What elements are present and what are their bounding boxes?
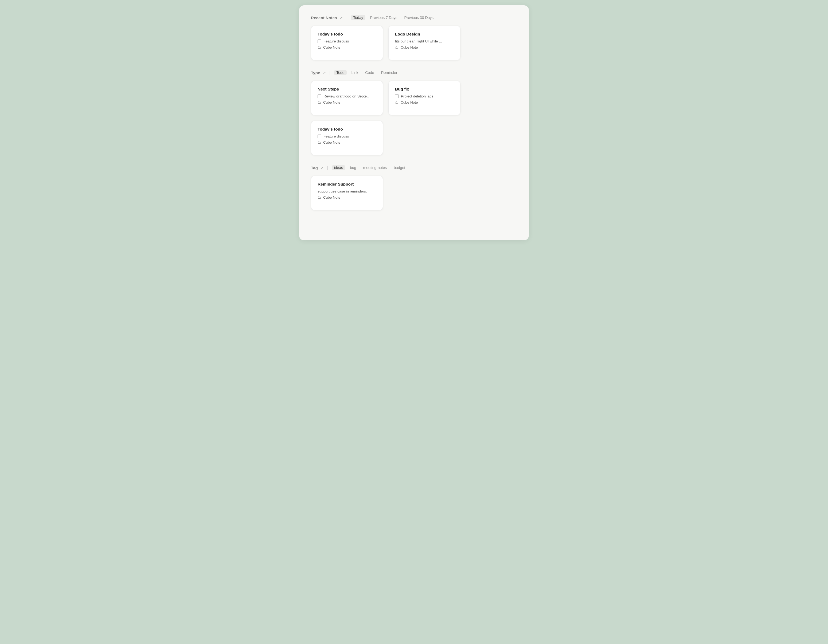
todays-todo-type-text: Feature discuss [323,134,349,138]
filter-tab-bug[interactable]: bug [348,165,358,170]
tag-cards: Reminder Support support use case in rem… [311,175,517,210]
recent-notes-title: Recent Notes [311,16,337,20]
filter-tab-reminder[interactable]: Reminder [379,70,400,75]
type-cards: Next Steps Review draft logo on Septe.. … [311,81,517,155]
card-body-next-steps: Review draft logo on Septe.. 🗂 Cube Note [318,94,376,110]
card-item-2-body-text: fits our clean, light UI while ... [395,39,442,43]
tag-expand-icon[interactable]: ↗ [320,166,323,170]
note-card-todays-todo-type[interactable]: Today's todo Feature discuss 🗂 Cube Note [311,121,383,155]
card-title-bug-fix: Bug fix [395,87,454,92]
card-body-bug-fix: Project deletion lags 🗂 Cube Note [395,94,454,110]
type-section: Type ↗ | Todo Link Code Reminder Next St… [311,70,517,155]
next-steps-folder: 🗂 Cube Note [318,100,376,104]
type-title: Type [311,71,320,75]
reminder-support-item: support use case in reminders. [318,189,376,193]
card-title-2: Logo Design [395,32,454,37]
card-item-2-folder: 🗂 Cube Note [395,45,454,49]
card-title-reminder-support: Reminder Support [318,182,376,186]
tag-header: Tag ↗ | ideas bug meeting-notes budget [311,165,517,170]
bug-fix-folder: 🗂 Cube Note [395,100,454,104]
reminder-support-folder: 🗂 Cube Note [318,196,376,199]
main-container: Recent Notes ↗ | Today Previous 7 Days P… [299,5,529,240]
bug-fix-item-text: Project deletion lags [401,94,433,98]
checkbox-icon-next [318,94,321,98]
card-item-1-todo: Feature discuss [318,39,376,43]
type-header: Type ↗ | Todo Link Code Reminder [311,70,517,75]
filter-tab-meeting-notes[interactable]: meeting-notes [361,165,389,170]
divider-2: | [329,71,331,75]
filter-tab-budget[interactable]: budget [392,165,407,170]
filter-tab-today[interactable]: Today [351,15,365,20]
card-body-2: fits our clean, light UI while ... 🗂 Cub… [395,39,454,55]
card-body-reminder-support: support use case in reminders. 🗂 Cube No… [318,189,376,205]
card-body-1: Feature discuss 🗂 Cube Note [318,39,376,55]
divider-1: | [347,16,348,20]
card-item-1-folder: 🗂 Cube Note [318,45,376,49]
next-steps-item-text: Review draft logo on Septe.. [323,94,369,98]
card-item-2-text: fits our clean, light UI while ... [395,39,454,43]
note-card-bug-fix[interactable]: Bug fix Project deletion lags 🗂 Cube Not… [388,81,461,115]
tag-section: Tag ↗ | ideas bug meeting-notes budget R… [311,165,517,210]
divider-3: | [327,166,328,170]
filter-tab-ideas[interactable]: ideas [332,165,345,170]
folder-icon-2: 🗂 [395,45,398,49]
folder-icon-today-type: 🗂 [318,141,321,144]
folder-icon-bug: 🗂 [395,100,398,104]
card-title-next-steps: Next Steps [318,87,376,92]
note-card-todays-todo[interactable]: Today's todo Feature discuss 🗂 Cube Note [311,26,383,60]
card-body-todays-todo-type: Feature discuss 🗂 Cube Note [318,134,376,150]
card-title-1: Today's todo [318,32,376,37]
folder-icon: 🗂 [318,45,321,49]
filter-tab-code[interactable]: Code [363,70,376,75]
next-steps-item: Review draft logo on Septe.. [318,94,376,98]
recent-notes-expand-icon[interactable]: ↗ [340,16,343,20]
todays-todo-type-item: Feature discuss [318,134,376,138]
checkbox-icon-bug [395,94,399,98]
card-item-1-text: Feature discuss [323,39,349,43]
bug-fix-folder-text: Cube Note [401,100,418,104]
note-card-logo-design[interactable]: Logo Design fits our clean, light UI whi… [388,26,461,60]
card-title-todays-todo-type: Today's todo [318,127,376,132]
type-expand-icon[interactable]: ↗ [323,71,326,75]
tag-title: Tag [311,166,318,170]
folder-icon-reminder: 🗂 [318,196,321,199]
next-steps-folder-text: Cube Note [323,100,340,104]
note-card-next-steps[interactable]: Next Steps Review draft logo on Septe.. … [311,81,383,115]
checkbox-icon-today-type [318,135,321,138]
bug-fix-item: Project deletion lags [395,94,454,98]
folder-icon-next: 🗂 [318,100,321,104]
recent-notes-header: Recent Notes ↗ | Today Previous 7 Days P… [311,15,517,20]
reminder-support-text: support use case in reminders. [318,189,367,193]
filter-tab-prev7[interactable]: Previous 7 Days [368,15,400,20]
filter-tab-link[interactable]: Link [350,70,361,75]
checkbox-icon [318,39,321,43]
card-item-1-folder-text: Cube Note [323,45,340,49]
recent-notes-section: Recent Notes ↗ | Today Previous 7 Days P… [311,15,517,60]
reminder-support-folder-text: Cube Note [323,196,340,199]
filter-tab-todo[interactable]: Todo [334,70,347,75]
recent-notes-cards: Today's todo Feature discuss 🗂 Cube Note… [311,26,517,60]
filter-tab-prev30[interactable]: Previous 30 Days [402,15,436,20]
todays-todo-type-folder-text: Cube Note [323,141,340,144]
note-card-reminder-support[interactable]: Reminder Support support use case in rem… [311,175,383,210]
card-item-2-folder-text: Cube Note [401,45,418,49]
todays-todo-type-folder: 🗂 Cube Note [318,141,376,144]
